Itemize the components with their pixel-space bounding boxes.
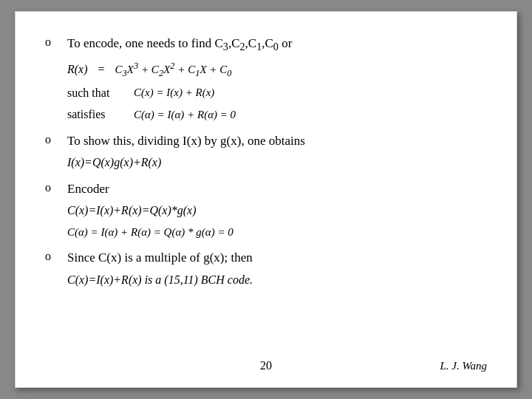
slide-content: o To encode, one needs to find C3,C2,C1,…	[45, 34, 487, 352]
bullet-content-4: Since C(x) is a multiple of g(x); then	[67, 248, 487, 267]
bullet-section-1: o To encode, one needs to find C3,C2,C1,…	[45, 34, 487, 124]
satisfies-line: satisfies C(α) = I(α) + R(α) = 0	[67, 105, 487, 124]
page-number: 20	[260, 359, 272, 372]
ixqxgx-text: I(x)=Q(x)g(x)+R(x)	[67, 153, 161, 172]
bullet4-text: Since C(x) is a multiple of g(x); then	[67, 250, 253, 265]
bullet-section-4: o Since C(x) is a multiple of g(x); then…	[45, 248, 487, 289]
bullet2-text: To show this, dividing I(x) by g(x), one…	[67, 134, 305, 148]
rx-formula-line: R(x) = C3X3 + C2X2 + C1X + C0	[67, 58, 487, 81]
such-that-formula: C(x) = I(x) + R(x)	[134, 83, 214, 101]
bullet-icon-4: o	[45, 250, 60, 263]
such-that-label: such that	[67, 83, 126, 103]
bullet3-sub2: C(α) = I(α) + R(α) = Q(α) * g(α) = 0	[67, 223, 487, 241]
slide: o To encode, one needs to find C3,C2,C1,…	[15, 11, 517, 388]
rx-label: R(x)	[67, 60, 88, 79]
bullet-icon-2: o	[45, 133, 60, 146]
bullet3-text: Encoder	[67, 182, 109, 196]
calpha-formula: C(α) = I(α) + R(α) = Q(α) * g(α) = 0	[67, 223, 233, 241]
bullet-section-3: o Encoder C(x)=I(x)+R(x)=Q(x)*g(x) C(α) …	[45, 180, 487, 241]
satisfies-label: satisfies	[67, 105, 126, 124]
bullet-section-2: o To show this, dividing I(x) by g(x), o…	[45, 132, 487, 172]
bullet4-sub: C(x)=I(x)+R(x) is a (15,11) BCH code.	[67, 270, 487, 290]
rx-formula: C3X3 + C2X2 + C1X + C0	[115, 58, 232, 81]
bullet-content-1: To encode, one needs to find C3,C2,C1,C0…	[67, 34, 487, 55]
bullet-content-2: To show this, dividing I(x) by g(x), one…	[67, 132, 487, 151]
bullet-row-4: o Since C(x) is a multiple of g(x); then	[45, 248, 487, 267]
bullet1-text: To encode, one needs to find C3,C2,C1,C0…	[67, 36, 292, 50]
bullet2-sub: I(x)=Q(x)g(x)+R(x)	[67, 153, 487, 172]
satisfies-formula: C(α) = I(α) + R(α) = 0	[134, 106, 236, 123]
bullet-row-3: o Encoder	[45, 180, 487, 199]
bch-code-text: C(x)=I(x)+R(x) is a (15,11) BCH code.	[67, 270, 253, 290]
bullet-content-3: Encoder	[67, 180, 487, 199]
such-that-line: such that C(x) = I(x) + R(x)	[67, 83, 487, 103]
bullet-row-2: o To show this, dividing I(x) by g(x), o…	[45, 132, 487, 151]
bullet3-sub1: C(x)=I(x)+R(x)=Q(x)*g(x)	[67, 201, 487, 220]
rx-equals: =	[95, 60, 108, 79]
bullet-icon-3: o	[45, 181, 60, 194]
bullet-row-1: o To encode, one needs to find C3,C2,C1,…	[45, 34, 487, 55]
cxixrx-text: C(x)=I(x)+R(x)=Q(x)*g(x)	[67, 201, 197, 220]
bullet-icon-1: o	[45, 35, 60, 49]
author-name: L. J. Wang	[440, 360, 487, 372]
footer: 20 L. J. Wang	[45, 352, 487, 372]
